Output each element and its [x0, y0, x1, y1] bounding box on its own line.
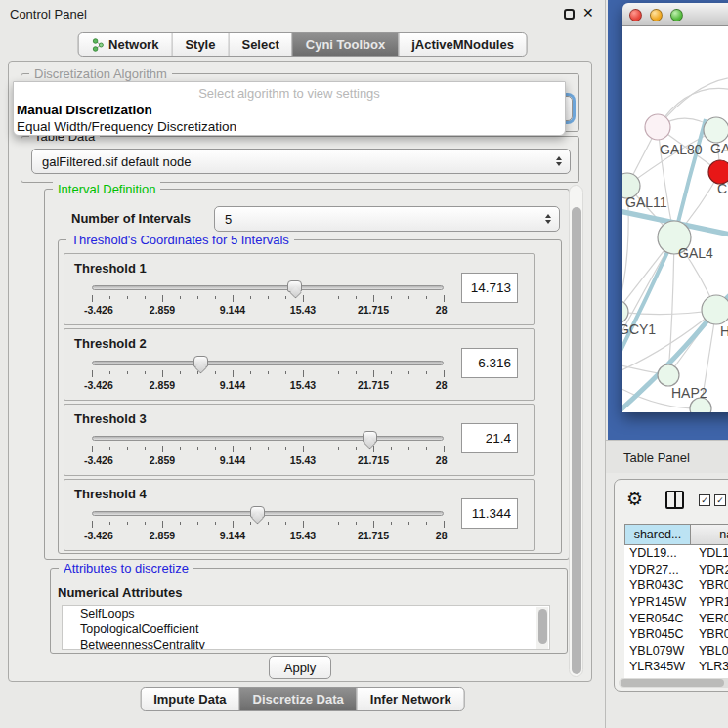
threshold-3-label: Threshold 3: [74, 411, 147, 426]
window-minimize-icon[interactable]: [650, 9, 663, 21]
network-view-window: GAL80 GA C GAL11 GAL4 GCY1 H HAP2: [622, 3, 728, 412]
major-tick: [233, 295, 234, 302]
close-icon[interactable]: ✕: [582, 5, 594, 21]
cyni-mode-tabs: Impute Data Discretize Data Infer Networ…: [140, 687, 465, 711]
minor-tick: [408, 371, 409, 374]
minor-tick: [356, 296, 357, 299]
dropdown-hint-option[interactable]: Select algorithm to view settings: [14, 86, 565, 101]
algorithm-dropdown-popup: Select algorithm to view settings Manual…: [13, 81, 566, 136]
slider-tick-labels: -3.4262.8599.14415.4321.71528: [92, 530, 444, 541]
number-of-intervals-combobox[interactable]: 5: [214, 206, 560, 232]
tab-impute-data[interactable]: Impute Data: [141, 688, 238, 710]
table-row[interactable]: YBL079WYBL079W: [624, 643, 728, 660]
table-data-combobox[interactable]: galFiltered.sif default node: [31, 149, 571, 174]
cell-name: YER054C: [691, 612, 728, 625]
minor-tick: [338, 522, 339, 525]
dropdown-option-equal-width[interactable]: Equal Width/Frequency Discretization: [17, 119, 236, 134]
node-label: H: [720, 323, 728, 339]
window-close-icon[interactable]: [629, 9, 642, 21]
list-item[interactable]: SelfLoops: [63, 606, 549, 621]
window-zoom-icon[interactable]: [670, 9, 683, 21]
table-row[interactable]: YER054CYER054C: [624, 610, 728, 626]
slider-handle[interactable]: [193, 356, 208, 367]
node-hap2[interactable]: [658, 364, 679, 386]
split-columns-icon[interactable]: [665, 491, 684, 509]
minor-tick: [426, 296, 427, 299]
node-gal80[interactable]: [645, 114, 670, 140]
tab-jactivemnodules-label: jActiveMNodules: [411, 37, 514, 52]
list-scrollbar[interactable]: [536, 607, 548, 650]
dropdown-option-manual[interactable]: Manual Discretization: [17, 103, 152, 117]
tick-label: 2.859: [150, 304, 175, 316]
slider-handle[interactable]: [250, 506, 265, 518]
table-row[interactable]: YLR345WYLR345W: [624, 659, 728, 675]
table-row[interactable]: YDL19...YDL19...: [624, 545, 728, 562]
control-panel: Control Panel ✕ Network Style Select Cyn…: [0, 0, 606, 728]
minor-tick: [321, 371, 321, 374]
node-h-partial[interactable]: [702, 295, 728, 324]
table-horizontal-scrollbar[interactable]: [619, 678, 728, 688]
panel-vertical-scrollbar[interactable]: [569, 185, 583, 677]
minor-tick: [197, 296, 198, 299]
network-canvas[interactable]: GAL80 GA C GAL11 GAL4 GCY1 H HAP2: [622, 26, 728, 412]
node-label: GA: [710, 141, 728, 156]
table-row[interactable]: YBR045CYBR045C: [624, 626, 728, 643]
threshold-4-value-field[interactable]: [461, 498, 518, 529]
table-row[interactable]: YPR145WYPR145W: [624, 594, 728, 611]
minor-tick: [285, 522, 286, 525]
node-gcy1[interactable]: [622, 300, 628, 323]
network-window-titlebar[interactable]: [622, 3, 728, 26]
list-item[interactable]: TopologicalCoefficient: [63, 621, 549, 637]
major-tick: [444, 521, 445, 528]
panel-scrollbar-thumb[interactable]: [572, 207, 581, 674]
checkbox-icon[interactable]: ✓: [714, 494, 726, 506]
checkbox-icon[interactable]: ✓: [699, 494, 710, 506]
gear-icon[interactable]: ⚙: [626, 488, 643, 510]
apply-button[interactable]: Apply: [269, 656, 331, 679]
slider-handle[interactable]: [287, 280, 302, 292]
threshold-1-value-field[interactable]: [461, 273, 518, 303]
table-row[interactable]: YDR27...YDR27...: [624, 562, 728, 578]
tick-label: 2.859: [150, 379, 175, 391]
major-tick: [233, 370, 234, 377]
threshold-2-slider: -3.4262.8599.14415.4321.71528: [92, 357, 444, 396]
slider-track[interactable]: [92, 436, 444, 441]
tab-infer-network[interactable]: Infer Network: [357, 688, 464, 710]
table-row[interactable]: YBR043CYBR043C: [624, 578, 728, 594]
tab-cyni-toolbox[interactable]: Cyni Toolbox: [292, 33, 398, 56]
tab-discretize-data[interactable]: Discretize Data: [239, 688, 357, 710]
threshold-1-slider: -3.4262.8599.14415.4321.71528: [92, 281, 444, 321]
minor-tick: [338, 371, 339, 374]
cell-shared-name: YLR345W: [624, 660, 691, 673]
minor-tick: [250, 296, 251, 299]
tab-jactivemnodules[interactable]: jActiveMNodules: [398, 33, 527, 56]
tab-infer-network-label: Infer Network: [370, 692, 451, 707]
major-tick: [233, 446, 234, 452]
list-item[interactable]: BetweennessCentrality: [63, 637, 549, 650]
slider-ticks: [92, 521, 444, 529]
list-scrollbar-thumb[interactable]: [538, 609, 547, 644]
minor-tick: [250, 447, 251, 450]
column-header-shared-name[interactable]: shared...: [624, 524, 691, 545]
table-scrollbar-thumb[interactable]: [621, 679, 724, 687]
node-gal-partial[interactable]: [704, 117, 728, 143]
threshold-2-value-field[interactable]: [461, 348, 518, 378]
minor-tick: [356, 447, 357, 450]
slider-track[interactable]: [92, 511, 444, 516]
major-tick: [373, 521, 374, 528]
tick-label: 28: [436, 454, 448, 466]
minor-tick: [180, 296, 181, 299]
slider-ticks: [92, 295, 444, 303]
slider-ticks: [92, 370, 444, 378]
cell-name: YBR045C: [691, 627, 728, 641]
slider-handle[interactable]: [363, 431, 377, 443]
slider-track[interactable]: [92, 361, 444, 365]
threshold-3-value-field[interactable]: [461, 423, 518, 453]
tab-style[interactable]: Style: [171, 33, 228, 56]
tick-label: -3.426: [84, 304, 113, 316]
float-window-icon[interactable]: [564, 9, 575, 20]
tab-network[interactable]: Network: [78, 33, 171, 56]
tab-select[interactable]: Select: [228, 33, 291, 56]
slider-track[interactable]: [92, 285, 444, 290]
column-header-name[interactable]: na...: [691, 524, 728, 545]
